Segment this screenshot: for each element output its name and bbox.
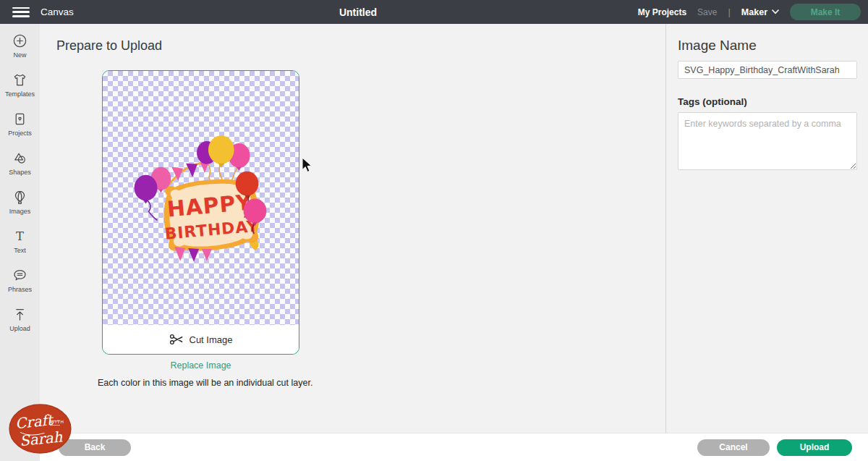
topbar-actions: My Projects Save | Maker Make It [638, 0, 861, 24]
scissors-icon [169, 333, 184, 346]
sidebar-item-projects[interactable]: Projects [0, 111, 40, 150]
my-projects-link[interactable]: My Projects [638, 7, 686, 17]
upload-button[interactable]: Upload [777, 439, 852, 456]
upload-arrow-icon [12, 306, 28, 323]
sidebar-item-new[interactable]: New [0, 33, 40, 72]
topbar-separator: | [728, 7, 730, 17]
speech-bubble-icon [12, 267, 28, 284]
replace-image-link[interactable]: Replace Image [102, 360, 299, 371]
save-button[interactable]: Save [697, 7, 717, 17]
cut-layer-description: Each color in this image will be an indi… [98, 377, 336, 389]
machine-label: Maker [741, 7, 767, 17]
bottom-bar: Back Cancel Upload [40, 433, 868, 461]
panel-divider [665, 24, 666, 433]
uploaded-artwork-happy-birthday: HAPPY BIRTHDAY [103, 71, 298, 326]
new-plus-icon [12, 33, 28, 49]
craft-with-sarah-logo: Craft WITH Sarah [9, 404, 72, 454]
image-name-input[interactable] [678, 61, 857, 79]
page-title: Prepare to Upload [56, 38, 162, 54]
app-window: Canvas Untitled My Projects Save | Maker… [0, 0, 868, 461]
tshirt-icon [12, 72, 28, 88]
make-it-button[interactable]: Make It [790, 4, 861, 20]
shapes-icon [12, 150, 28, 166]
hot-air-balloon-icon [12, 189, 28, 206]
machine-selector[interactable]: Maker [741, 7, 779, 17]
canvas-menu-label[interactable]: Canvas [41, 7, 74, 17]
cut-image-option[interactable]: Cut Image [103, 325, 299, 354]
cut-image-label: Cut Image [190, 334, 233, 345]
svg-text:WITH: WITH [50, 420, 64, 424]
project-heart-card-icon [12, 111, 28, 127]
cancel-button[interactable]: Cancel [697, 439, 770, 456]
image-name-heading: Image Name [678, 38, 757, 54]
sidebar-item-text[interactable]: T Text [0, 228, 40, 267]
sidebar-item-shapes[interactable]: Shapes [0, 150, 40, 189]
mouse-cursor [302, 157, 313, 173]
sidebar-item-images[interactable]: Images [0, 189, 40, 228]
upload-image-preview[interactable]: HAPPY BIRTHDAY [102, 70, 299, 355]
chevron-down-icon [772, 9, 779, 14]
tags-input[interactable] [678, 112, 857, 170]
sidebar-item-templates[interactable]: Templates [0, 72, 40, 111]
top-bar: Canvas Untitled My Projects Save | Maker… [0, 0, 868, 24]
text-icon: T [12, 228, 28, 245]
document-title: Untitled [339, 7, 377, 18]
sidebar-item-upload[interactable]: Upload [0, 306, 40, 345]
svg-text:T: T [16, 229, 24, 243]
sidebar-item-phrases[interactable]: Phrases [0, 267, 40, 306]
sidebar: New Templates Projects Shapes Images T T… [0, 24, 40, 461]
tags-label: Tags (optional) [678, 96, 747, 107]
hamburger-menu-icon[interactable] [12, 7, 30, 17]
